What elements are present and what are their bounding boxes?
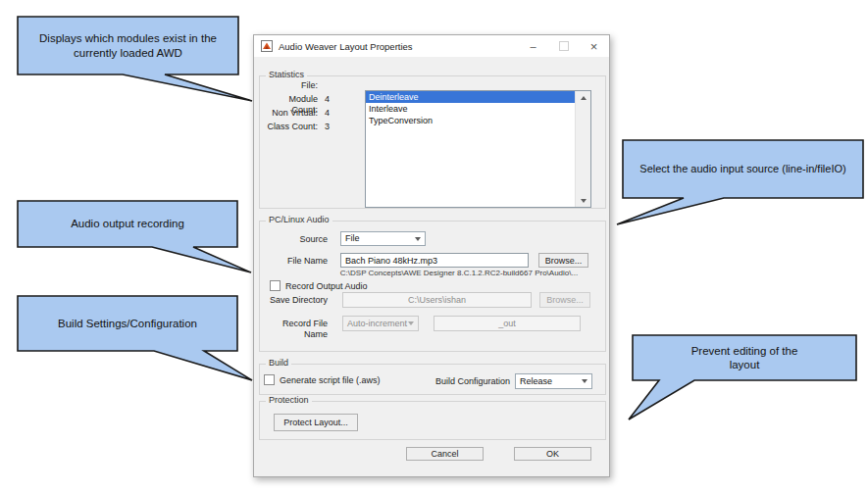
- module-count-value: 4: [325, 94, 330, 105]
- build-legend: Build: [266, 358, 291, 368]
- generate-script-checkbox[interactable]: [264, 374, 275, 385]
- list-item[interactable]: Interleave: [366, 103, 576, 115]
- file-path-text: C:\DSP Concepts\AWE Designer 8.C.1.2.RC2…: [314, 269, 604, 277]
- callout-bubble-input-source: [615, 138, 866, 228]
- build-config-dropdown[interactable]: Release: [515, 373, 592, 389]
- record-output-label: Record Output Audio: [285, 281, 368, 292]
- scroll-down-icon[interactable]: [576, 194, 590, 207]
- generate-script-label: Generate script file (.aws): [280, 375, 381, 386]
- scroll-up-icon[interactable]: [576, 91, 590, 104]
- protection-group: Protection Protect Layout...: [259, 401, 606, 440]
- file-name-input[interactable]: [340, 253, 529, 268]
- maximize-icon: [559, 41, 569, 51]
- list-item[interactable]: TypeConversion: [366, 115, 576, 126]
- record-file-suffix-field: _out: [434, 316, 581, 331]
- close-button[interactable]: ×: [579, 35, 609, 57]
- save-directory-field: C:\Users\ishan: [342, 292, 532, 308]
- non-virtual-label: Non Virtual:: [263, 108, 318, 119]
- file-label: File:: [263, 80, 318, 91]
- dropdown-arrow-icon[interactable]: [577, 374, 591, 388]
- layout-properties-dialog: Audio Weaver Layout Properties – × Stati…: [253, 34, 610, 477]
- callout-bubble-audio-recording: [16, 199, 257, 277]
- dialog-title: Audio Weaver Layout Properties: [279, 41, 413, 52]
- ok-button[interactable]: OK: [514, 447, 591, 461]
- class-count-value: 3: [325, 122, 330, 132]
- module-list[interactable]: Deinterleave Interleave TypeConversion: [365, 90, 591, 208]
- protection-legend: Protection: [266, 395, 312, 405]
- callout-bubble-protection: [625, 333, 860, 423]
- statistics-legend: Statistics: [266, 70, 307, 79]
- class-count-label: Class Count:: [263, 122, 318, 132]
- record-file-mode-value: Auto-increment: [347, 319, 407, 328]
- non-virtual-value: 4: [325, 108, 330, 119]
- statistics-group: Statistics File: Module Count: 4 Non Vir…: [259, 75, 606, 209]
- build-config-value: Release: [520, 376, 552, 386]
- maximize-button[interactable]: [548, 35, 579, 57]
- cancel-button[interactable]: Cancel: [406, 447, 484, 461]
- record-file-name-label: Record File Name: [260, 319, 328, 340]
- browse-save-button: Browse...: [539, 292, 590, 308]
- record-file-mode-dropdown: Auto-increment: [342, 316, 419, 331]
- callout-bubble-build-settings: [16, 294, 259, 384]
- dropdown-arrow-icon: [403, 317, 418, 330]
- callout-bubble-modules: [16, 15, 257, 108]
- protect-layout-button[interactable]: Protect Layout...: [274, 414, 358, 431]
- record-output-checkbox[interactable]: [270, 280, 281, 291]
- list-item-selected[interactable]: Deinterleave: [366, 91, 576, 103]
- scrollbar[interactable]: [575, 91, 590, 207]
- source-label: Source: [263, 234, 328, 245]
- app-icon: [261, 40, 273, 52]
- save-directory-label: Save Directory: [263, 295, 328, 306]
- file-name-label: File Name: [263, 256, 328, 267]
- source-dropdown[interactable]: File: [340, 231, 426, 246]
- pc-linux-audio-group: PC/Linux Audio Source File File Name Bro…: [259, 221, 606, 352]
- pc-linux-audio-legend: PC/Linux Audio: [266, 215, 332, 224]
- build-config-label: Build Configuration: [427, 376, 510, 387]
- build-group: Build Generate script file (.aws) Build …: [259, 364, 606, 395]
- minimize-button[interactable]: –: [518, 35, 548, 57]
- title-bar[interactable]: Audio Weaver Layout Properties – ×: [254, 35, 609, 57]
- browse-file-button[interactable]: Browse...: [538, 253, 588, 268]
- source-value: File: [345, 233, 360, 243]
- dropdown-arrow-icon[interactable]: [410, 232, 425, 245]
- screenshot-root: Audio Weaver Layout Properties – × Stati…: [0, 0, 868, 493]
